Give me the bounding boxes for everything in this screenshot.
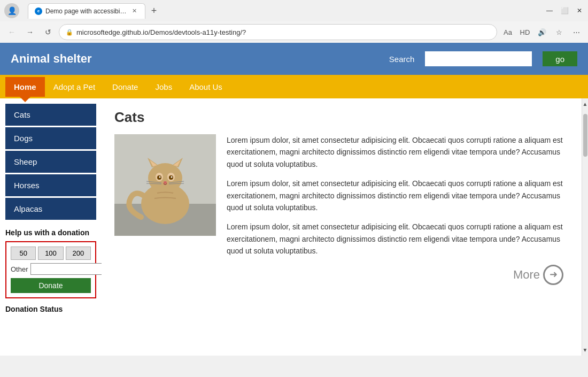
search-input[interactable] bbox=[425, 51, 532, 66]
content-body: Lorem ipsum dolor, sit amet consectetur … bbox=[114, 134, 569, 285]
sidebar-item-alpacas[interactable]: Alpacas bbox=[5, 198, 96, 220]
nav-bar: Home Adopt a Pet Donate Jobs About Us bbox=[0, 75, 588, 98]
amount-50-button[interactable]: 50 bbox=[11, 247, 36, 260]
svg-point-14 bbox=[164, 181, 167, 183]
content-area: Cats bbox=[102, 98, 582, 356]
paragraph-2: Lorem ipsum dolor, sit amet consectetur … bbox=[227, 178, 569, 213]
search-label: Search bbox=[389, 55, 415, 64]
more-button[interactable]: More ➜ bbox=[513, 265, 563, 285]
maximize-button[interactable]: ⬜ bbox=[560, 6, 569, 15]
new-tab-button[interactable]: + bbox=[146, 4, 161, 19]
paragraph-1: Lorem ipsum dolor, sit amet consectetur … bbox=[227, 134, 569, 170]
scroll-up-button[interactable]: ▲ bbox=[582, 99, 588, 109]
title-bar: 👤 e Demo page with accessibility issu ✕ … bbox=[0, 0, 588, 21]
paragraph-3: Lorem ipsum dolor, sit amet consectetur … bbox=[227, 221, 569, 257]
go-button[interactable]: go bbox=[543, 51, 577, 66]
more-label: More bbox=[513, 265, 540, 284]
back-button[interactable]: ← bbox=[4, 25, 19, 40]
sidebar-item-dogs[interactable]: Dogs bbox=[5, 127, 96, 149]
donation-title: Help us with a donation bbox=[5, 228, 96, 237]
svg-point-13 bbox=[171, 176, 173, 178]
content-title: Cats bbox=[114, 109, 569, 126]
scrollbar[interactable]: ▲ ▼ bbox=[582, 98, 588, 356]
donation-status-label: Donation Status bbox=[5, 305, 96, 313]
tab-title: Demo page with accessibility issu bbox=[45, 7, 127, 15]
url-bar[interactable]: 🔒 microsoftedge.github.io/Demos/devtools… bbox=[59, 24, 497, 40]
more-arrow-icon: ➜ bbox=[543, 265, 563, 285]
immersive-reader-icon[interactable]: HD bbox=[517, 25, 532, 40]
site-header: Animal shelter Search go bbox=[0, 43, 588, 75]
tab-close-button[interactable]: ✕ bbox=[130, 7, 138, 16]
toolbar-icons: Aa HD 🔊 ☆ ⋯ bbox=[500, 25, 584, 40]
close-button[interactable]: ✕ bbox=[575, 6, 584, 15]
nav-item-adopt[interactable]: Adopt a Pet bbox=[45, 77, 104, 97]
user-avatar: 👤 bbox=[4, 3, 19, 18]
more-row: More ➜ bbox=[227, 265, 569, 285]
lock-icon: 🔒 bbox=[66, 29, 73, 36]
donate-button[interactable]: Donate bbox=[11, 278, 91, 293]
sidebar-item-cats[interactable]: Cats bbox=[5, 104, 96, 126]
other-label: Other bbox=[11, 265, 28, 273]
browser-chrome: 👤 e Demo page with accessibility issu ✕ … bbox=[0, 0, 588, 43]
cat-image bbox=[114, 134, 216, 236]
forward-button[interactable]: → bbox=[22, 25, 37, 40]
nav-item-about[interactable]: About Us bbox=[181, 77, 231, 97]
sidebar-item-horses[interactable]: Horses bbox=[5, 174, 96, 196]
donation-box: 50 100 200 Other Donate bbox=[5, 241, 96, 298]
svg-point-12 bbox=[159, 176, 161, 178]
other-amount-input[interactable] bbox=[30, 263, 102, 275]
scroll-thumb[interactable] bbox=[583, 114, 587, 157]
svg-point-3 bbox=[148, 163, 182, 193]
more-options-icon[interactable]: ⋯ bbox=[569, 25, 584, 40]
refresh-button[interactable]: ↺ bbox=[41, 25, 56, 40]
website: Animal shelter Search go Home Adopt a Pe… bbox=[0, 43, 588, 356]
read-aloud-icon[interactable]: Aa bbox=[500, 25, 515, 40]
amount-100-button[interactable]: 100 bbox=[38, 247, 63, 260]
main-content: Cats Dogs Sheep Horses Alpacas Help us w… bbox=[0, 98, 588, 356]
url-text: microsoftedge.github.io/Demos/devtools-a… bbox=[76, 28, 490, 36]
nav-item-donate[interactable]: Donate bbox=[104, 77, 146, 97]
address-bar: ← → ↺ 🔒 microsoftedge.github.io/Demos/de… bbox=[0, 21, 588, 43]
favorites-icon[interactable]: ☆ bbox=[552, 25, 567, 40]
content-text: Lorem ipsum dolor, sit amet consectetur … bbox=[227, 134, 569, 285]
donation-section: Help us with a donation 50 100 200 Other… bbox=[5, 228, 96, 313]
tab-bar: e Demo page with accessibility issu ✕ + bbox=[24, 3, 541, 19]
minimize-button[interactable]: — bbox=[545, 6, 554, 15]
tab-favicon: e bbox=[35, 7, 42, 15]
sidebar: Cats Dogs Sheep Horses Alpacas Help us w… bbox=[0, 98, 102, 356]
other-row: Other bbox=[11, 263, 91, 275]
window-controls: — ⬜ ✕ bbox=[545, 6, 584, 15]
scroll-down-button[interactable]: ▼ bbox=[582, 345, 588, 355]
audio-icon[interactable]: 🔊 bbox=[535, 25, 550, 40]
nav-item-home[interactable]: Home bbox=[5, 77, 45, 97]
sidebar-item-sheep[interactable]: Sheep bbox=[5, 151, 96, 173]
nav-item-jobs[interactable]: Jobs bbox=[146, 77, 181, 97]
amount-200-button[interactable]: 200 bbox=[66, 247, 91, 260]
active-tab[interactable]: e Demo page with accessibility issu ✕ bbox=[28, 3, 145, 19]
site-title: Animal shelter bbox=[11, 52, 378, 66]
donation-amounts: 50 100 200 bbox=[11, 247, 91, 260]
